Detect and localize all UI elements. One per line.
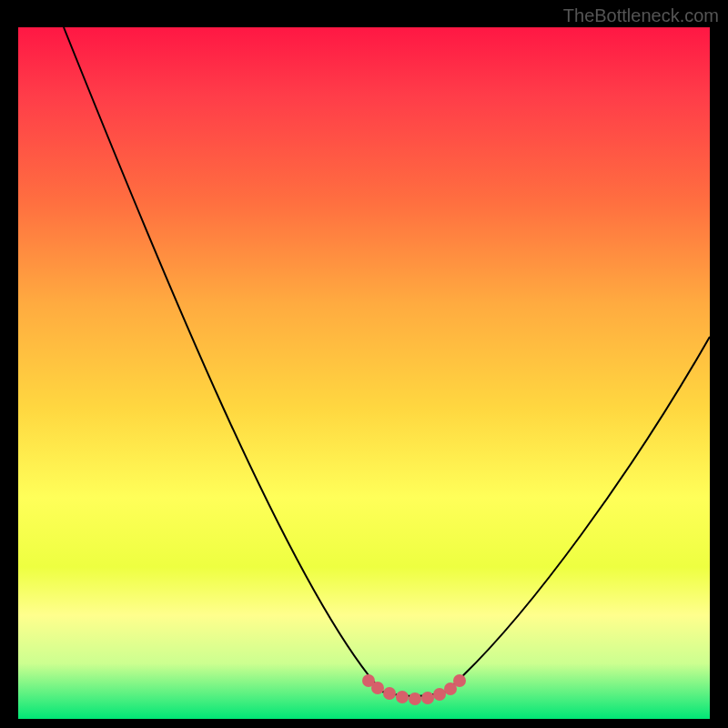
chart-svg — [18, 27, 710, 719]
svg-point-1 — [371, 682, 384, 694]
svg-point-8 — [453, 674, 466, 687]
svg-point-5 — [421, 692, 434, 704]
svg-point-3 — [396, 691, 409, 703]
svg-point-6 — [433, 688, 446, 701]
optimal-zone-markers — [362, 674, 466, 705]
svg-point-2 — [383, 687, 396, 700]
chart-plot-area — [18, 27, 710, 719]
watermark-text: TheBottleneck.com — [563, 5, 719, 26]
curve-right — [446, 337, 710, 692]
curve-left — [64, 27, 382, 692]
svg-point-4 — [409, 693, 421, 705]
